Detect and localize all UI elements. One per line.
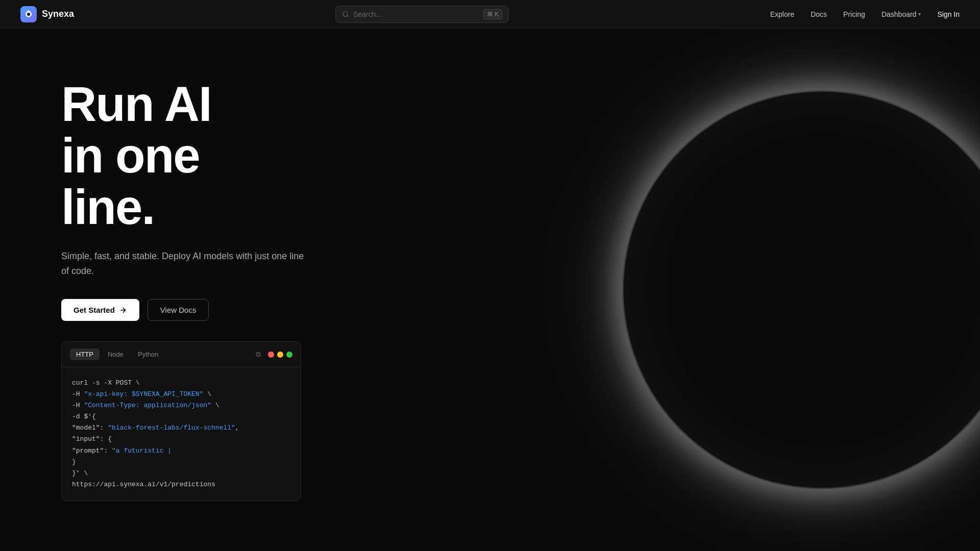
view-docs-button[interactable]: View Docs — [148, 299, 209, 321]
eclipse-circle — [623, 91, 980, 489]
hero-title: Run AI in one line. — [61, 79, 306, 233]
code-tabs: HTTP Node Python — [70, 348, 165, 360]
code-line-3: -H "Content-Type: application/json" \ — [72, 400, 290, 411]
code-line-9: }' \ — [72, 468, 290, 479]
code-line-10: https://api.synexa.ai/v1/predictions — [72, 479, 290, 490]
dot-yellow — [277, 352, 283, 358]
search-icon — [342, 11, 349, 18]
code-body: curl -s -X POST \ -H "x-api-key: $SYNEXA… — [62, 367, 301, 500]
code-header: HTTP Node Python ⧉ — [62, 342, 301, 367]
hero-subtitle: Simple, fast, and stable. Deploy AI mode… — [61, 249, 306, 279]
navbar: Synexa ⌘ K Explore Docs Pricing Dashboar… — [0, 0, 980, 29]
signin-button[interactable]: Sign In — [937, 10, 960, 18]
code-tab-python[interactable]: Python — [132, 348, 164, 360]
nav-link-explore[interactable]: Explore — [770, 10, 794, 18]
dot-green — [286, 352, 292, 358]
code-line-5: "model": "black-forest-labs/flux-schnell… — [72, 422, 290, 434]
cta-buttons: Get Started View Docs — [61, 299, 306, 321]
copy-icon[interactable]: ⧉ — [254, 348, 263, 361]
svg-point-0 — [27, 13, 30, 16]
nav-link-docs[interactable]: Docs — [811, 10, 827, 18]
chevron-down-icon: ▾ — [918, 11, 921, 17]
code-block: HTTP Node Python ⧉ curl -s -X POST \ -H … — [61, 341, 301, 501]
logo-icon — [20, 6, 37, 22]
search-bar[interactable]: ⌘ K — [335, 6, 509, 23]
nav-link-dashboard[interactable]: Dashboard ▾ — [881, 10, 921, 18]
main-content: Run AI in one line. Simple, fast, and st… — [0, 29, 980, 551]
code-line-4: -d $'{ — [72, 411, 290, 422]
nav-link-pricing[interactable]: Pricing — [843, 10, 865, 18]
nav-links: Explore Docs Pricing Dashboard ▾ Sign In — [770, 10, 960, 18]
arrow-right-icon — [119, 306, 127, 314]
logo-text: Synexa — [42, 9, 74, 19]
svg-point-1 — [343, 11, 348, 16]
search-shortcut: ⌘ K — [483, 9, 502, 19]
code-line-8: } — [72, 457, 290, 468]
hero-section: Run AI in one line. Simple, fast, and st… — [0, 38, 347, 542]
search-input[interactable] — [353, 10, 479, 18]
code-line-2: -H "x-api-key: $SYNEXA_API_TOKEN" \ — [72, 389, 290, 400]
code-header-right: ⧉ — [254, 348, 292, 361]
code-line-7: "prompt": "a futuristic | — [72, 445, 290, 457]
dot-red — [268, 352, 274, 358]
code-line-1: curl -s -X POST \ — [72, 378, 290, 389]
eclipse-glow — [623, 91, 980, 489]
code-line-6: "input": { — [72, 434, 290, 445]
logo[interactable]: Synexa — [20, 6, 74, 22]
code-tab-node[interactable]: Node — [102, 348, 130, 360]
code-tab-http[interactable]: HTTP — [70, 348, 100, 360]
window-dots — [268, 352, 292, 358]
get-started-button[interactable]: Get Started — [61, 299, 139, 321]
eclipse-visual — [623, 91, 980, 489]
